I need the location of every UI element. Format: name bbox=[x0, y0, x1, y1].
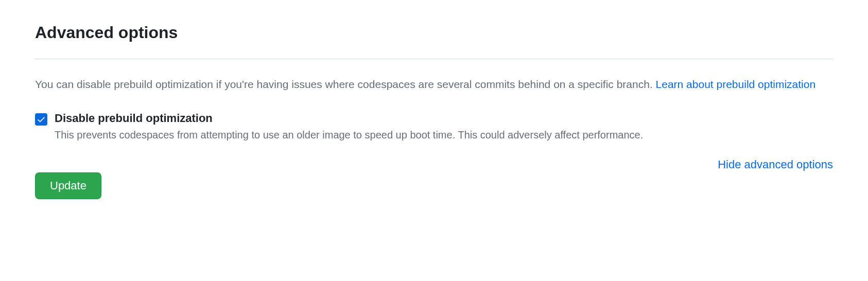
section-title: Advanced options bbox=[35, 23, 833, 48]
disable-prebuild-label: Disable prebuild optimization bbox=[55, 112, 833, 125]
learn-about-prebuild-link[interactable]: Learn about prebuild optimization bbox=[656, 78, 816, 90]
update-button[interactable]: Update bbox=[35, 172, 101, 199]
disable-prebuild-hint: This prevents codespaces from attempting… bbox=[55, 129, 643, 140]
description-text: You can disable prebuild optimization if… bbox=[35, 78, 656, 90]
checkmark-icon bbox=[37, 115, 46, 124]
disable-prebuild-checkbox[interactable] bbox=[35, 113, 47, 126]
checkbox-content: Disable prebuild optimization This preve… bbox=[55, 112, 833, 143]
hide-advanced-options-link[interactable]: Hide advanced options bbox=[718, 158, 833, 171]
section-description: You can disable prebuild optimization if… bbox=[35, 76, 833, 93]
toggle-link-row: Hide advanced options bbox=[35, 158, 833, 171]
disable-prebuild-checkbox-row: Disable prebuild optimization This preve… bbox=[35, 112, 833, 143]
section-divider bbox=[35, 59, 833, 59]
